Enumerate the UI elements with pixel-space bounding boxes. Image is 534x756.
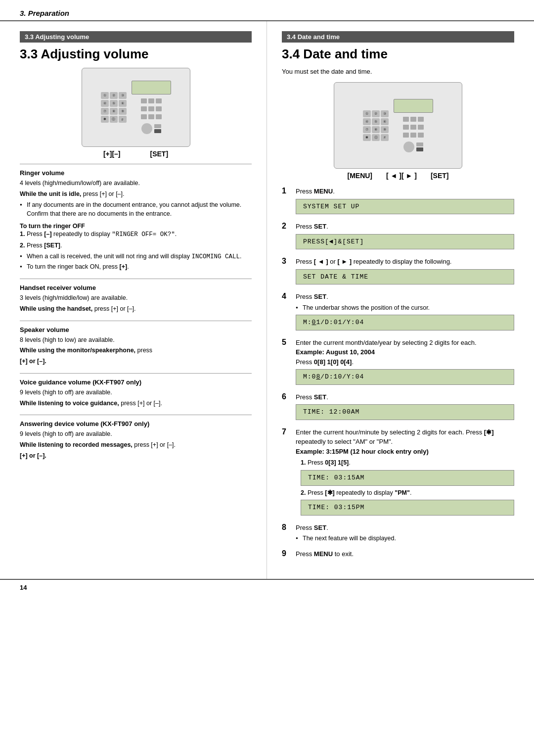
key-r9: ⑨ (381, 126, 389, 133)
ringer-step2-text: Press [SET]. (27, 242, 62, 249)
step-8-bullet: The next feature will be displayed. (296, 534, 514, 543)
page-number: 14 (20, 584, 27, 591)
func-btn-9 (156, 114, 162, 119)
lcd-m08d10y04: M:08/D:10/Y:04 (296, 369, 514, 385)
left-section-title: 3.3 Adjusting volume (20, 47, 252, 62)
func-btn-6 (156, 106, 162, 111)
step-7-example-bold: Example: 3:15PM (12 hour clock entry onl… (296, 448, 429, 455)
step-6-row: 6 Press SET. TIME: 12:00AM (282, 392, 514, 423)
func-btn-2 (148, 98, 154, 103)
step-5-content: Enter the current month/date/year by sel… (296, 338, 514, 387)
step-7-content: Enter the current hour/minute by selecti… (296, 427, 514, 518)
lcd-system-set-up: SYSTEM SET UP (296, 199, 514, 215)
speaker-rest: press (137, 347, 153, 354)
two-column-layout: 3.3 Adjusting volume 3.3 Adjusting volum… (0, 21, 534, 579)
answering-bold: While listening to recorded messages, (20, 441, 133, 448)
func-btn-1 (141, 98, 147, 103)
rfunc-btn-3 (418, 117, 424, 122)
key-3: ③ (119, 92, 127, 99)
step-9-num: 9 (282, 549, 292, 558)
key-6: ⑥ (119, 100, 127, 107)
rset-btn-bottom (416, 147, 423, 151)
ringer-levels-text: 4 levels (high/medium/low/off) are avail… (20, 179, 252, 188)
step-1-content: Press MENU. SYSTEM SET UP (296, 187, 514, 217)
key-rstar: ✱ (363, 134, 371, 141)
step-5-row: 5 Enter the current month/date/year by s… (282, 338, 514, 387)
ringer-step1-text: Press [–] repeatedly to display "RINGER … (27, 231, 177, 237)
step-4-num: 4 (282, 292, 292, 301)
step-8-row: 8 Press SET. The next feature will be di… (282, 523, 514, 544)
key-rhash: # (381, 134, 389, 141)
display-screen-right (394, 99, 433, 113)
step-7-sub-steps: 1. Press 0[3] 1[5]. TIME: 03:15AM 2. Pre… (296, 458, 514, 516)
step-3-content: Press [ ◄ ] or [ ► ] repeatedly to displ… (296, 257, 514, 287)
diagram-label-set-right: [SET] (431, 172, 449, 180)
step-8-num: 8 (282, 523, 292, 532)
key-r4: ④ (363, 118, 371, 125)
left-phone-diagram: ① ② ③ ④ ⑤ ⑥ ⑦ ⑧ ⑨ ✱ ⓪ # (82, 68, 190, 147)
key-r6: ⑥ (381, 118, 389, 125)
key-8: ⑧ (110, 108, 118, 115)
step-5-num: 5 (282, 338, 292, 347)
ringer-bullet2: When a call is received, the unit will n… (20, 252, 252, 262)
step-9-content: Press MENU to exit. (296, 549, 514, 559)
answering-device-title: Answering device volume (KX-FT907 only) (20, 420, 252, 427)
left-section-header-text: 3.3 Adjusting volume (25, 33, 89, 41)
voice-guidance-using: While listening to voice guidance, press… (20, 399, 252, 408)
diagram-label-menu: [MENU] (347, 172, 372, 180)
page-container: 3. Preparation 3.3 Adjusting volume 3.3 … (0, 0, 534, 756)
right-subtitle: You must set the date and time. (282, 68, 514, 75)
key-r3: ③ (381, 110, 389, 117)
rfunc-btn-6 (418, 125, 424, 130)
speaker-using-text: While using the monitor/speakerphone, pr… (20, 346, 252, 355)
step-5-example-bold: Example: August 10, 2004 (296, 348, 375, 356)
phone-diagram-inner-right: ① ② ③ ④ ⑤ ⑥ ⑦ ⑧ ⑨ ✱ ⓪ # (363, 99, 433, 152)
rfunc-btn-1 (403, 117, 409, 122)
step-7-sub-1: 1. Press 0[3] 1[5]. TIME: 03:15AM (296, 458, 514, 485)
voice-guidance-title: Voice guidance volume (KX-FT907 only) (20, 378, 252, 386)
key-0: ⓪ (110, 116, 118, 123)
right-phone-diagram: ① ② ③ ④ ⑤ ⑥ ⑦ ⑧ ⑨ ✱ ⓪ # (334, 82, 462, 169)
lcd-time-1200am: TIME: 12:00AM (296, 404, 514, 420)
left-phone-diagram-wrapper: ① ② ③ ④ ⑤ ⑥ ⑦ ⑧ ⑨ ✱ ⓪ # (20, 68, 252, 164)
key-1: ① (101, 92, 109, 99)
phone-right-right (394, 99, 433, 152)
step-2-num: 2 (282, 222, 292, 231)
rfunc-btn-2 (410, 117, 416, 122)
lcd-time-0315am: TIME: 03:15AM (301, 470, 514, 486)
page-footer: 14 (0, 579, 534, 595)
func-btn-4 (141, 106, 147, 111)
key-r7: ⑦ (363, 126, 371, 133)
key-2: ② (110, 92, 118, 99)
key-star: ✱ (101, 116, 109, 123)
step-3-num: 3 (282, 257, 292, 266)
key-4: ④ (101, 100, 109, 107)
lcd-m01d01y04: M:01/D:01/Y:04 (296, 315, 514, 331)
left-column: 3.3 Adjusting volume 3.3 Adjusting volum… (0, 21, 267, 579)
func-btn-3 (156, 98, 162, 103)
key-r5: ⑤ (372, 118, 380, 125)
step-6-num: 6 (282, 392, 292, 401)
key-7: ⑦ (101, 108, 109, 115)
lcd-time-0315pm: TIME: 03:15PM (301, 500, 514, 516)
step-4-row: 4 Press SET. The underbar shows the posi… (282, 292, 514, 333)
key-9: ⑨ (119, 108, 127, 115)
voice-guidance-levels: 9 levels (high to off) are available. (20, 388, 252, 397)
speaker-buttons: [+] or [–]. (20, 357, 252, 366)
speaker-volume-section: Speaker volume 8 levels (high to low) ar… (20, 321, 252, 366)
step-2-row: 2 Press SET. PRESS[◄]&[SET] (282, 222, 514, 252)
answering-device-levels: 9 levels (high to off) are available. (20, 429, 252, 439)
ringer-bullet1: If any documents are in the document ent… (20, 200, 252, 219)
nav-circle-right (403, 142, 414, 152)
left-section-header: 3.3 Adjusting volume (20, 31, 252, 43)
rset-btn-top (416, 142, 423, 146)
ringer-idle-text: While the unit is idle, press [+] or [–]… (20, 189, 252, 199)
step-9-row: 9 Press MENU to exit. (282, 549, 514, 559)
step-7-sub-2: 2. Press [✱] repeatedly to display "PM".… (296, 488, 514, 516)
handset-rest: press [+] or [–]. (94, 305, 136, 312)
step-4-content: Press SET. The underbar shows the positi… (296, 292, 514, 333)
key-r1: ① (363, 110, 371, 117)
func-btn-8 (148, 114, 154, 119)
func-btn-7 (141, 114, 147, 119)
answering-buttons: [+] or [–]. (20, 451, 252, 461)
